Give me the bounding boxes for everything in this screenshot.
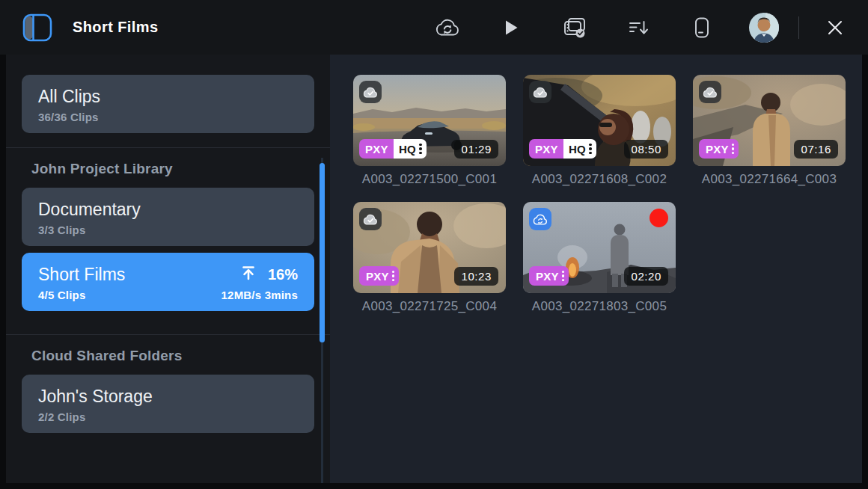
more-dots-icon (732, 144, 735, 155)
user-avatar[interactable] (749, 13, 779, 43)
record-dot (650, 209, 668, 227)
more-dots-icon (392, 271, 395, 282)
section-header-library: John Project Library (31, 161, 330, 177)
hq-label: HQ (569, 143, 586, 156)
folder-all-clips[interactable]: All Clips 36/36 Clips (22, 75, 314, 133)
clip-format-badges[interactable]: PXY (529, 266, 569, 286)
page-title: Short Films (73, 19, 158, 36)
more-dots-icon (589, 144, 592, 155)
clip-duration: 01:29 (454, 140, 498, 159)
clip-thumbnail[interactable]: PXY HQ 08:50 (523, 75, 676, 166)
more-dots-icon (562, 271, 565, 282)
sidebar-toggle-icon[interactable] (22, 13, 52, 43)
cloud-check-icon (529, 81, 551, 103)
folder-title: John's Storage (38, 385, 298, 408)
clip-card[interactable]: PXY HQ 08:50 A003_02271608_C002 (523, 75, 676, 187)
top-bar: Short Films (0, 0, 868, 55)
clip-grid-panel: PXY HQ 01:29 A003_02271500_C001 (330, 55, 862, 483)
proxy-label: PXY (366, 270, 389, 283)
proxy-label: PXY (706, 143, 729, 156)
close-icon[interactable] (819, 10, 852, 46)
folder-documentary[interactable]: Documentary 3/3 Clips (22, 188, 314, 246)
play-icon[interactable] (495, 10, 528, 46)
folder-title: Short Films (38, 263, 125, 286)
cloud-check-icon (359, 208, 382, 230)
clip-duration: 07:16 (794, 140, 838, 159)
clip-name: A003_02271608_C002 (523, 172, 676, 187)
clip-format-badges[interactable]: PXY HQ (359, 139, 427, 159)
clip-card[interactable]: PXY 10:23 A003_02271725_C004 (353, 202, 506, 314)
clip-name: A003_02271500_C001 (353, 172, 506, 187)
hq-label: HQ (399, 143, 416, 156)
clip-card[interactable]: PXY 07:16 A003_02271664_C003 (693, 75, 846, 187)
clip-thumbnail[interactable]: PXY 07:16 (693, 75, 846, 166)
proxy-badge: PXY (359, 266, 399, 286)
hq-badge: HQ (563, 139, 596, 159)
folder-title: Documentary (38, 198, 298, 221)
storage-device-icon[interactable] (685, 10, 718, 46)
clip-format-badges[interactable]: PXY (359, 266, 399, 286)
folder-johns-storage[interactable]: John's Storage 2/2 Clips (22, 375, 314, 433)
more-dots-icon (419, 144, 422, 155)
cloud-sync-icon (529, 208, 551, 230)
clip-duration: 02:20 (624, 267, 668, 286)
upload-percent: 16% (268, 266, 298, 283)
app-body: All Clips 36/36 Clips John Project Libra… (0, 55, 868, 489)
folder-clip-count: 3/3 Clips (38, 224, 298, 236)
sidebar-divider (6, 334, 330, 335)
clip-duration: 10:23 (454, 267, 498, 286)
proxy-badge: PXY (529, 266, 569, 286)
cloud-check-icon (699, 81, 721, 103)
folder-clip-count: 4/5 Clips (38, 289, 86, 301)
clip-thumbnail[interactable]: PXY 10:23 (353, 202, 506, 293)
app-window: Short Films (0, 0, 868, 489)
proxy-badge: PXY (699, 139, 739, 159)
section-header-shared: Cloud Shared Folders (31, 348, 330, 364)
topbar-divider (798, 16, 799, 39)
clip-name: A003_02271803_C005 (523, 299, 676, 314)
folder-title: All Clips (38, 85, 298, 108)
clips-approved-icon[interactable] (558, 10, 591, 46)
proxy-badge: PXY (359, 139, 394, 159)
hq-badge: HQ (394, 139, 427, 159)
clip-thumbnail[interactable]: PXY HQ 01:29 (353, 75, 506, 166)
clip-format-badges[interactable]: PXY (699, 139, 739, 159)
topbar-actions (431, 10, 852, 46)
folder-clip-count: 2/2 Clips (38, 410, 298, 423)
upload-rate: 12MB/s 3mins (221, 289, 298, 301)
clip-duration: 08:50 (624, 140, 668, 159)
sort-descending-icon[interactable] (622, 10, 655, 46)
clip-grid: PXY HQ 01:29 A003_02271500_C001 (353, 75, 862, 314)
clip-card[interactable]: PXY HQ 01:29 A003_02271500_C001 (353, 75, 506, 187)
cloud-sync-icon[interactable] (431, 10, 464, 46)
sidebar-divider (6, 147, 330, 148)
clip-name: A003_02271725_C004 (353, 299, 506, 314)
cloud-check-icon (359, 81, 382, 103)
folder-clip-count: 36/36 Clips (38, 111, 298, 123)
upload-icon (239, 264, 257, 285)
scrollbar-thumb[interactable] (320, 163, 325, 342)
clip-name: A003_02271664_C003 (693, 172, 846, 187)
proxy-badge: PXY (529, 139, 563, 159)
folders-sidebar: All Clips 36/36 Clips John Project Libra… (6, 55, 330, 483)
clip-card[interactable]: PXY 02:20 A003_02271803_C005 (523, 202, 676, 314)
proxy-label: PXY (536, 270, 559, 283)
clip-format-badges[interactable]: PXY HQ (529, 139, 596, 159)
clip-thumbnail[interactable]: PXY 02:20 (523, 202, 676, 293)
folder-short-films-active[interactable]: Short Films 16% 4/5 Clips (22, 253, 314, 311)
